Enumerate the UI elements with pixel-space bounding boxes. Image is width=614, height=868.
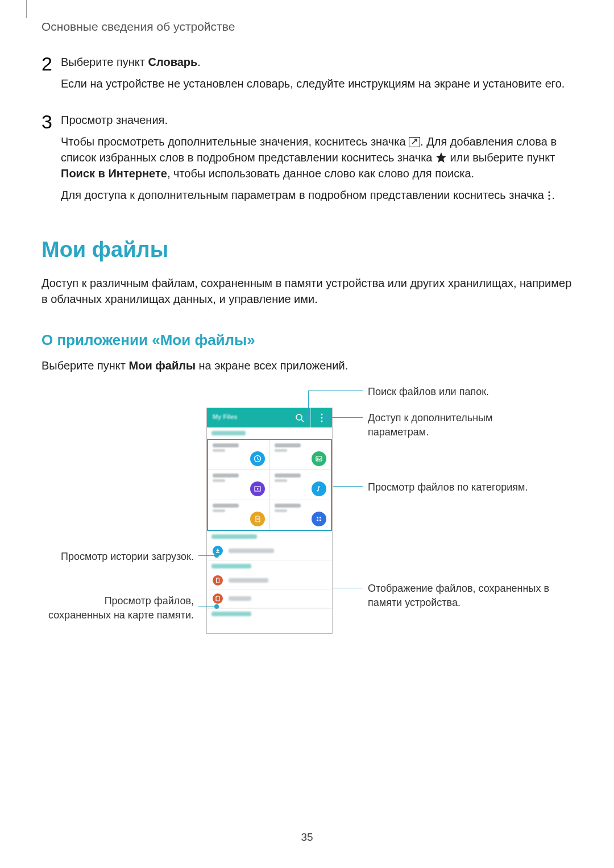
sdcard-icon: [213, 593, 223, 604]
grid-row: [208, 470, 331, 500]
section-local: [207, 560, 332, 572]
section-download: [207, 531, 332, 542]
document-icon: [250, 512, 265, 526]
cell-recent: [208, 440, 269, 470]
row-download-history: [207, 542, 332, 560]
svg-point-1: [549, 191, 550, 193]
step-number: 3: [42, 112, 61, 209]
image-icon: [312, 451, 326, 466]
cell-videos: [208, 470, 269, 500]
bold-text: Словарь: [148, 56, 198, 68]
text: .: [197, 56, 201, 68]
step2-line2: Если на устройстве не установлен словарь…: [61, 76, 576, 92]
leader: [308, 391, 309, 417]
category-grid: [207, 439, 332, 531]
page-content: 2 Выберите пункт Словарь. Если на устрой…: [42, 54, 576, 686]
music-icon: [312, 481, 326, 496]
svg-rect-17: [320, 517, 321, 518]
bold-text: Поиск в Интернете: [61, 167, 167, 180]
row-sd-card: [207, 590, 332, 608]
text: Выберите пункт: [61, 56, 148, 68]
svg-point-4: [296, 414, 302, 420]
app-title-blurred: My Files: [213, 413, 237, 421]
svg-line-5: [301, 420, 304, 422]
device-icon: [213, 575, 223, 585]
callout-device: Отображение файлов, сохраненных в памяти…: [368, 582, 550, 610]
subheading-about: О приложении «Мои файлы»: [42, 330, 576, 350]
section-quick: [207, 427, 332, 439]
star-icon: [435, 152, 447, 163]
text: или выберите пункт: [447, 151, 555, 164]
callout-more: Доступ к дополнительным параметрам.: [368, 411, 510, 439]
page-number: 35: [0, 830, 614, 845]
bold-text: Мои файлы: [129, 359, 196, 372]
section-cloud: [207, 608, 332, 620]
callout-downloads: Просмотр истории загрузок.: [42, 550, 194, 564]
callout-categories: Просмотр файлов по категориям.: [368, 480, 528, 495]
apps-icon: [312, 512, 326, 526]
svg-point-8: [321, 420, 323, 422]
svg-rect-20: [217, 578, 219, 583]
heading-my-files: Мои файлы: [42, 235, 576, 265]
leader-dot: [306, 414, 310, 419]
text: .: [551, 189, 555, 201]
svg-point-2: [549, 194, 550, 196]
step3-line2: Чтобы просмотреть дополнительные значени…: [61, 134, 576, 181]
grid-row: [208, 500, 331, 530]
body-text: Выберите пункт Мои файлы на экране всех …: [42, 358, 576, 373]
cell-audio: [269, 470, 331, 500]
svg-point-3: [549, 198, 550, 200]
leader: [327, 417, 363, 418]
svg-point-6: [321, 413, 323, 415]
step-number: 2: [42, 54, 61, 97]
cell-documents: [208, 500, 269, 530]
svg-rect-16: [317, 517, 318, 518]
phone-title-bar: My Files: [207, 408, 332, 427]
step2-line1: Выберите пункт Словарь.: [61, 54, 576, 70]
my-files-diagram: My Files: [42, 385, 576, 686]
text: на экране всех приложений.: [196, 359, 348, 372]
clock-icon: [250, 451, 265, 466]
leader-dot: [325, 415, 329, 420]
search-icon: [292, 410, 308, 426]
cell-downloaded: [269, 500, 331, 530]
step3-line3: Для доступа к дополнительным параметрам …: [61, 187, 576, 203]
leader: [333, 486, 363, 487]
leader: [198, 607, 215, 607]
text: Выберите пункт: [42, 359, 129, 372]
leader-dot: [214, 604, 219, 609]
text: Чтобы просмотреть дополнительные значени…: [61, 135, 409, 148]
callout-search: Поиск файлов или папок.: [368, 385, 489, 399]
page-edge-line: [26, 0, 27, 18]
svg-rect-18: [317, 520, 318, 521]
svg-point-7: [321, 417, 323, 418]
video-icon: [250, 481, 265, 496]
intro-text: Доступ к различным файлам, сохраненным в…: [42, 275, 576, 307]
step-body: Просмотр значения. Чтобы просмотреть доп…: [61, 112, 576, 209]
leader: [333, 588, 363, 588]
cell-images: [269, 440, 331, 470]
text: , чтобы использовать данное слово как сл…: [167, 167, 474, 180]
page-header: Основные сведения об устройстве: [42, 18, 235, 35]
svg-point-13: [317, 489, 318, 491]
separator: [310, 408, 311, 427]
grid-row: [208, 440, 331, 470]
expand-icon: [409, 137, 420, 147]
step-2: 2 Выберите пункт Словарь. Если на устрой…: [42, 54, 576, 97]
svg-rect-19: [320, 520, 321, 521]
leader: [308, 391, 363, 391]
leader: [198, 555, 215, 556]
phone-mock: My Files: [206, 408, 333, 634]
step-3: 3 Просмотр значения. Чтобы просмотреть д…: [42, 112, 576, 209]
step3-line1: Просмотр значения.: [61, 112, 576, 128]
text: Для доступа к дополнительным параметрам …: [61, 189, 547, 201]
row-device-storage: [207, 572, 332, 590]
callout-sdcard: Просмотр файлов, сохраненных на карте па…: [42, 594, 194, 622]
step-body: Выберите пункт Словарь. Если на устройст…: [61, 54, 576, 97]
leader-dot: [214, 553, 219, 558]
